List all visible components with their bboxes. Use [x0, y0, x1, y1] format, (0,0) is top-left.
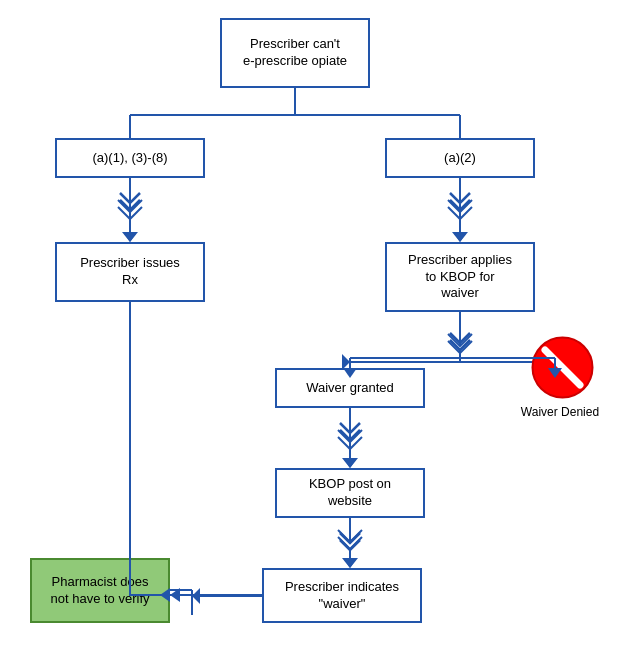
svg-marker-48 — [343, 458, 357, 468]
svg-marker-56 — [170, 588, 180, 602]
svg-marker-19 — [342, 458, 358, 468]
prescriber-indicates-box: Prescriber indicates "waiver" — [262, 568, 422, 623]
pharmacist-box: Pharmacist does not have to verify — [30, 558, 170, 623]
prescriber-rx-box: Prescriber issues Rx — [55, 242, 205, 302]
flowchart-diagram: Prescriber can't e-prescribe opiate (a)(… — [0, 0, 640, 663]
svg-marker-38 — [453, 232, 467, 242]
svg-marker-22 — [342, 558, 358, 568]
svg-marker-26 — [192, 588, 200, 604]
kbop-post-box: KBOP post on website — [275, 468, 425, 518]
branch-a1-box: (a)(1), (3)-(8) — [55, 138, 205, 178]
waiver-denied-label: Waiver Denied — [515, 405, 605, 419]
branch-a2-box: (a)(2) — [385, 138, 535, 178]
svg-marker-10 — [452, 232, 468, 242]
waiver-granted-box: Waiver granted — [275, 368, 425, 408]
start-box: Prescriber can't e-prescribe opiate — [220, 18, 370, 88]
applies-kbop-box: Prescriber applies to KBOP for waiver — [385, 242, 535, 312]
waiver-denied-icon — [530, 335, 595, 400]
svg-marker-51 — [343, 558, 357, 568]
svg-marker-6 — [122, 232, 138, 242]
svg-marker-35 — [123, 232, 137, 242]
